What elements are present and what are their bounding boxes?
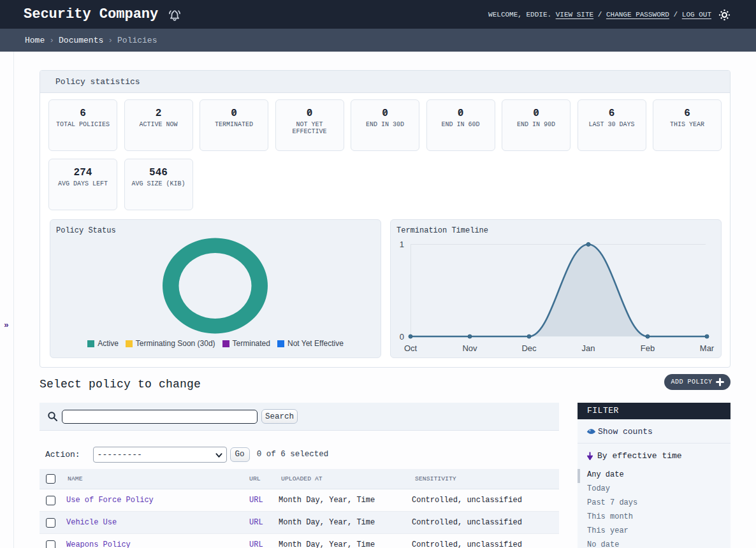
svg-text:Dec: Dec [521, 343, 537, 353]
svg-text:1: 1 [400, 240, 404, 249]
svg-text:Nov: Nov [462, 343, 477, 353]
svg-text:Oct: Oct [404, 343, 418, 353]
svg-text:Mar: Mar [700, 343, 715, 353]
svg-text:Feb: Feb [641, 343, 655, 353]
svg-text:0: 0 [400, 332, 404, 342]
svg-text:Jan: Jan [582, 343, 595, 353]
